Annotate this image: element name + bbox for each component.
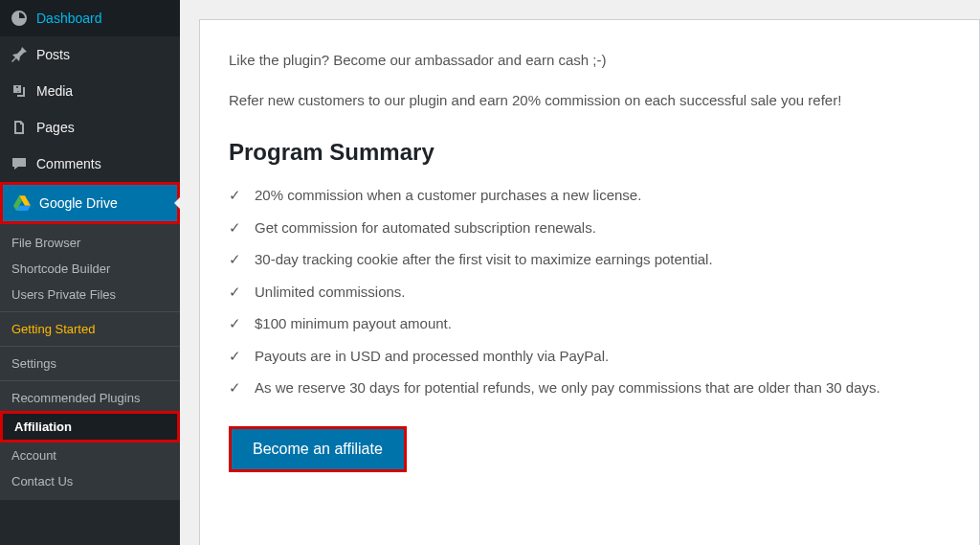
sidebar-item-label: Dashboard [36,11,102,26]
become-affiliate-button[interactable]: Become an affiliate [232,429,404,469]
comments-icon [10,154,29,173]
list-item: ✓$100 minimum payout amount. [229,313,950,335]
affiliation-card: Like the plugin? Become our ambassador a… [199,19,980,545]
submenu-item-contact-us[interactable]: Contact Us [0,468,180,494]
list-item-text: Unlimited commissions. [255,282,406,304]
sidebar-item-label: Comments [36,156,101,171]
checkmark-icon: ✓ [229,217,241,239]
submenu-google-drive: File Browser Shortcode Builder Users Pri… [0,224,180,500]
sidebar-item-pages[interactable]: Pages [0,109,180,146]
list-item: ✓As we reserve 30 days for potential ref… [229,377,950,399]
list-item-text: 20% commission when a customer purchases… [255,185,641,207]
submenu-item-getting-started[interactable]: Getting Started [0,316,180,342]
dashboard-icon [10,9,29,28]
sidebar-item-dashboard[interactable]: Dashboard [0,0,180,36]
main-content: Like the plugin? Become our ambassador a… [180,0,980,545]
highlight-affiliation: Affiliation [0,411,180,443]
submenu-divider [0,346,180,347]
sidebar-item-posts[interactable]: Posts [0,36,180,73]
sidebar-item-google-drive[interactable]: Google Drive [3,185,177,221]
checkmark-icon: ✓ [229,185,241,207]
program-summary-list: ✓20% commission when a customer purchase… [229,185,950,399]
list-item: ✓30-day tracking cookie after the first … [229,249,950,271]
list-item-text: $100 minimum payout amount. [255,313,452,335]
pages-icon [10,118,29,137]
list-item-text: 30-day tracking cookie after the first v… [255,249,713,271]
sidebar-item-label: Google Drive [39,195,118,211]
submenu-item-settings[interactable]: Settings [0,351,180,376]
sidebar-item-comments[interactable]: Comments [0,146,180,182]
submenu-divider [0,311,180,312]
highlight-google-drive: Google Drive [0,182,180,224]
checkmark-icon: ✓ [229,377,241,399]
sidebar-item-label: Posts [36,47,70,62]
sidebar-item-media[interactable]: Media [0,73,180,109]
sidebar-item-label: Pages [36,120,75,135]
submenu-item-recommended-plugins[interactable]: Recommended Plugins [0,385,180,411]
submenu-item-file-browser[interactable]: File Browser [0,230,180,256]
checkmark-icon: ✓ [229,282,241,304]
intro-line-2: Refer new customers to our plugin and ea… [229,89,950,112]
checkmark-icon: ✓ [229,346,241,368]
list-item: ✓Unlimited commissions. [229,282,950,304]
admin-sidebar: Dashboard Posts Media Pages Comments Goo… [0,0,180,545]
submenu-item-affiliation[interactable]: Affiliation [3,414,177,440]
highlight-cta: Become an affiliate [229,426,407,472]
list-item-text: Get commission for automated subscriptio… [255,217,596,239]
submenu-item-shortcode-builder[interactable]: Shortcode Builder [0,256,180,282]
section-title: Program Summary [229,139,950,166]
intro-line-1: Like the plugin? Become our ambassador a… [229,49,950,72]
google-drive-icon [12,193,32,213]
submenu-item-users-private-files[interactable]: Users Private Files [0,282,180,307]
pin-icon [10,45,29,64]
submenu-divider [0,380,180,381]
submenu-item-account[interactable]: Account [0,443,180,468]
list-item-text: Payouts are in USD and processed monthly… [255,346,609,368]
list-item-text: As we reserve 30 days for potential refu… [255,377,880,399]
checkmark-icon: ✓ [229,249,241,271]
list-item: ✓20% commission when a customer purchase… [229,185,950,207]
sidebar-item-label: Media [36,83,73,99]
list-item: ✓Get commission for automated subscripti… [229,217,950,239]
media-icon [10,81,29,101]
list-item: ✓Payouts are in USD and processed monthl… [229,346,950,368]
checkmark-icon: ✓ [229,313,241,335]
